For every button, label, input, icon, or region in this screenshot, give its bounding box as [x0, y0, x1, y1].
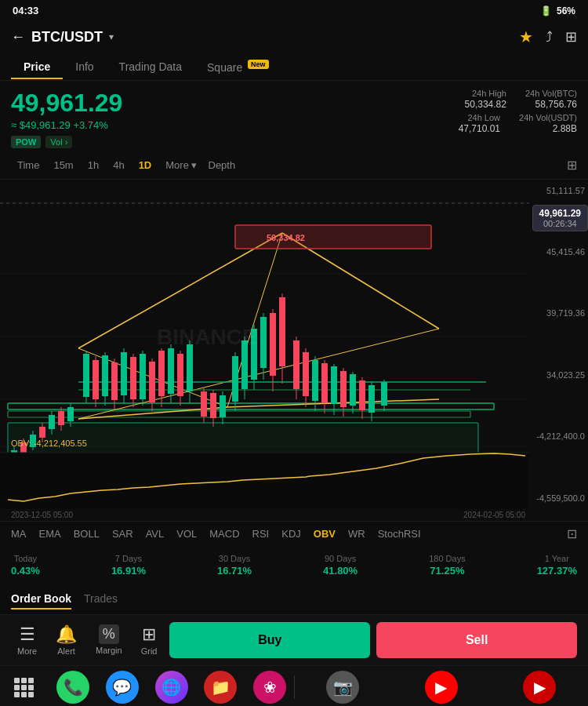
- stat-vol-usdt: 24h Vol(USDT) 2.88B: [519, 113, 577, 134]
- svg-rect-28: [39, 427, 45, 438]
- svg-rect-64: [220, 395, 226, 417]
- perf-90days: 90 Days 41.80%: [323, 554, 358, 577]
- obv-indicator-label: OBV: -4,212,405.55: [11, 439, 87, 448]
- dock-app-camera[interactable]: 📷: [326, 671, 359, 704]
- tab-order-book[interactable]: Order Book: [11, 592, 71, 610]
- dock-app-phone[interactable]: 📞: [56, 671, 89, 704]
- more-icon: ☰: [20, 624, 35, 645]
- toolbar-margin[interactable]: % Margin: [89, 621, 129, 658]
- price-tooltip: 49,961.29 00:26:34: [532, 205, 588, 231]
- performance-section: Today 0.43% 7 Days 16.91% 30 Days 16.71%…: [0, 546, 588, 588]
- ind-obv[interactable]: OBV: [314, 528, 336, 540]
- layout-icon[interactable]: ⊞: [565, 28, 577, 45]
- svg-rect-36: [83, 354, 89, 397]
- svg-rect-84: [321, 363, 328, 402]
- svg-rect-88: [340, 371, 347, 407]
- main-price: 49,961.29: [11, 89, 122, 118]
- svg-rect-48: [140, 354, 146, 399]
- ind-boll[interactable]: BOLL: [74, 528, 100, 540]
- chart-svg: 50,334.82: [0, 180, 529, 509]
- svg-rect-94: [368, 385, 375, 413]
- ind-avl[interactable]: AVL: [146, 528, 165, 540]
- dock-app-youtube[interactable]: ▶: [425, 671, 458, 704]
- bottom-toolbar: ☰ More 🔔 Alert % Margin ⊞ Grid Buy Sell: [0, 615, 588, 665]
- tab-trades[interactable]: Trades: [84, 592, 118, 610]
- svg-rect-104: [14, 685, 20, 690]
- share-icon[interactable]: ⤴: [546, 29, 553, 45]
- toolbar-grid[interactable]: ⊞ Grid: [135, 621, 164, 659]
- dock-app-grid[interactable]: [7, 671, 40, 704]
- ind-rsi[interactable]: RSI: [252, 528, 270, 540]
- dock-app-folder[interactable]: 📁: [204, 671, 237, 704]
- svg-rect-38: [93, 360, 99, 399]
- back-button[interactable]: ←: [11, 29, 25, 45]
- time-btn-4h[interactable]: 4h: [107, 156, 130, 174]
- time-btn-1h[interactable]: 1h: [82, 156, 105, 174]
- ind-wr[interactable]: WR: [348, 528, 365, 540]
- svg-rect-78: [293, 340, 299, 389]
- perf-30days: 30 Days 16.71%: [217, 554, 252, 577]
- dock-app-arc[interactable]: 🌐: [155, 671, 188, 704]
- ind-ema[interactable]: EMA: [39, 528, 61, 540]
- svg-rect-34: [67, 407, 74, 421]
- chart-svg-container[interactable]: 50,334.82: [0, 180, 529, 509]
- chart-settings-icon[interactable]: ⊞: [567, 158, 577, 173]
- ind-vol[interactable]: VOL: [176, 528, 197, 540]
- vol-tag[interactable]: Vol ›: [45, 136, 72, 148]
- tab-square[interactable]: Square New: [194, 53, 281, 80]
- dock-app-messenger[interactable]: 💬: [106, 671, 139, 704]
- pow-tag[interactable]: POW: [11, 136, 41, 148]
- sell-button[interactable]: Sell: [376, 622, 577, 658]
- svg-rect-105: [21, 685, 27, 690]
- stat-row-low: 24h Low 47,710.01 24h Vol(USDT) 2.88B: [459, 113, 577, 134]
- new-badge: New: [248, 60, 269, 69]
- ind-stochrsi[interactable]: StochRSI: [378, 528, 421, 540]
- status-bar: 04:33 🔋 56%: [0, 0, 588, 21]
- depth-btn[interactable]: Depth: [209, 159, 236, 171]
- svg-rect-102: [21, 678, 27, 683]
- time-btn-15m[interactable]: 15m: [47, 156, 79, 174]
- toolbar-more[interactable]: ☰ More: [11, 621, 43, 659]
- svg-rect-30: [49, 415, 55, 429]
- favorite-icon[interactable]: ★: [519, 27, 533, 46]
- perf-180days: 180 Days 71.25%: [429, 554, 465, 577]
- pair-title: BTC/USDT: [31, 29, 103, 45]
- app-dock: 📞 💬 🌐 📁 ❀ 📷 ▶ ▶: [0, 665, 588, 706]
- perf-1year: 1 Year 127.37%: [537, 554, 577, 577]
- svg-rect-106: [28, 685, 34, 690]
- svg-rect-46: [130, 357, 136, 399]
- price-change: +3.74%: [73, 119, 107, 131]
- dock-section-right: 📷 ▶ ▶: [295, 671, 589, 704]
- chart-area: 50,334.82: [0, 180, 588, 509]
- chart-timeframe-bar: Time 15m 1h 4h 1D More ▾ Depth ⊞: [0, 151, 588, 180]
- stat-row-high: 24h High 50,334.82 24h Vol(BTC) 58,756.7…: [465, 89, 577, 110]
- ind-sar[interactable]: SAR: [112, 528, 133, 540]
- time-btn-more[interactable]: More ▾: [159, 156, 203, 174]
- time-btn-1d[interactable]: 1D: [132, 156, 158, 174]
- svg-rect-96: [381, 382, 387, 406]
- ind-macd[interactable]: MACD: [209, 528, 239, 540]
- dock-section-left: 📞 💬 🌐 📁 ❀: [0, 671, 294, 704]
- battery-level: 56%: [557, 5, 575, 16]
- dock-app-streaming[interactable]: ▶: [523, 671, 556, 704]
- battery-icon: 🔋: [540, 5, 552, 16]
- tab-price[interactable]: Price: [11, 53, 63, 79]
- buy-button[interactable]: Buy: [169, 622, 370, 658]
- indicator-bar: MA EMA BOLL SAR AVL VOL MACD RSI KDJ OBV…: [0, 521, 588, 546]
- tooltip-price: 49,961.29: [539, 208, 581, 219]
- tab-trading-data[interactable]: Trading Data: [107, 53, 194, 79]
- order-tabs: Order Book Trades: [0, 588, 588, 615]
- indicator-settings-icon[interactable]: ⊡: [567, 526, 577, 541]
- time-btn-time[interactable]: Time: [11, 156, 45, 174]
- toolbar-alert[interactable]: 🔔 Alert: [49, 621, 83, 659]
- svg-rect-52: [158, 351, 165, 396]
- dock-app-flower[interactable]: ❀: [253, 671, 286, 704]
- pair-dropdown-icon[interactable]: ▾: [109, 31, 114, 42]
- price-left: 49,961.29 ≈ $49,961.29 +3.74% POW Vol ›: [11, 89, 122, 148]
- svg-rect-80: [303, 352, 309, 396]
- price-section: 49,961.29 ≈ $49,961.29 +3.74% POW Vol › …: [0, 81, 588, 151]
- ind-kdj[interactable]: KDJ: [281, 528, 301, 540]
- tab-info[interactable]: Info: [63, 53, 106, 79]
- svg-rect-92: [359, 380, 365, 410]
- ind-ma[interactable]: MA: [11, 528, 27, 540]
